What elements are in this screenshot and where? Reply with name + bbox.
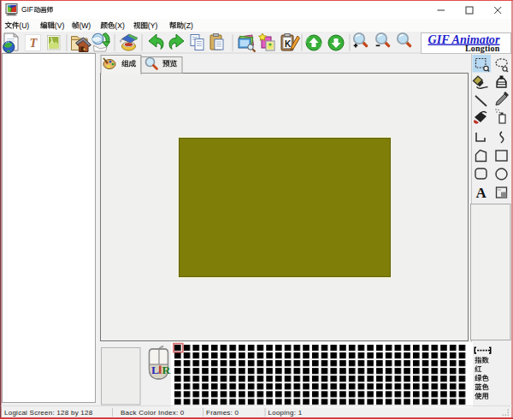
svg-text:(U): (U) bbox=[19, 21, 29, 30]
svg-text:R: R bbox=[162, 364, 171, 376]
svg-text:(V): (V) bbox=[55, 21, 65, 30]
svg-text:(Z): (Z) bbox=[184, 21, 193, 30]
svg-text:Longtion: Longtion bbox=[465, 44, 500, 53]
svg-text:K: K bbox=[285, 39, 292, 49]
svg-text:(W): (W) bbox=[79, 21, 91, 30]
svg-text:(Y): (Y) bbox=[148, 21, 158, 30]
svg-text:Frames: 0: Frames: 0 bbox=[206, 409, 239, 417]
svg-text:Logical Screen: 128 by 128: Logical Screen: 128 by 128 bbox=[4, 409, 93, 417]
svg-text:L: L bbox=[151, 364, 159, 376]
svg-text:A: A bbox=[476, 185, 487, 201]
svg-text:Looping: 1: Looping: 1 bbox=[268, 409, 303, 417]
svg-text:T: T bbox=[30, 36, 38, 50]
svg-text:(X): (X) bbox=[115, 21, 125, 30]
svg-text:GIF: GIF bbox=[21, 5, 33, 14]
svg-text:Back Color Index: 0: Back Color Index: 0 bbox=[121, 409, 185, 417]
